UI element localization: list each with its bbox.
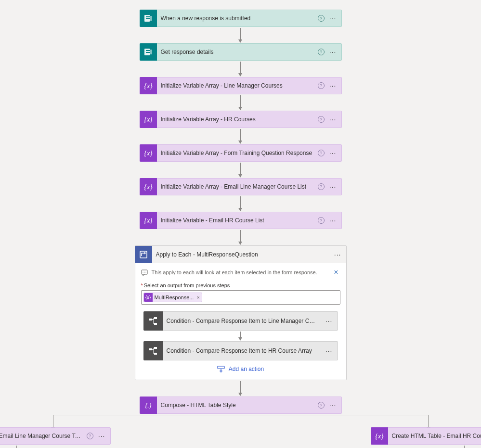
condition-hr-array[interactable]: Condition - Compare Response Item to HR … [143, 341, 338, 360]
action-create-html-table-linemgr[interactable]: Create HTML Table - Email Line Manager C… [0, 427, 111, 445]
arrow-down-icon [16, 446, 17, 448]
help-icon[interactable]: ? [318, 150, 325, 156]
action-create-html-table-hr[interactable]: Create HTML Table - Email HR Course Tabl… [371, 427, 481, 445]
condition-line-manager-array[interactable]: Condition - Compare Response Item to Lin… [143, 311, 338, 331]
variable-icon [140, 111, 157, 128]
card-label: Initialize Variable - Email HR Course Li… [157, 217, 318, 224]
close-icon[interactable]: × [196, 294, 199, 300]
help-icon[interactable]: ? [318, 82, 325, 89]
more-icon[interactable]: ··· [321, 347, 338, 354]
token-multiresponse[interactable]: {x} MultiResponse... × [143, 293, 202, 302]
help-icon[interactable]: ? [318, 49, 325, 55]
help-icon[interactable]: ? [318, 116, 325, 123]
action-init-var-line-manager-courses[interactable]: Initialize Variable Array - Line Manager… [140, 77, 342, 94]
more-icon[interactable]: ··· [334, 251, 341, 258]
variable-icon [140, 77, 157, 94]
variable-icon [140, 212, 157, 229]
action-get-response-details[interactable]: Get response details ? ··· [140, 43, 342, 61]
more-icon[interactable]: ··· [329, 402, 337, 409]
branch-connector [53, 415, 429, 427]
variable-icon: {x} [144, 293, 153, 302]
help-icon[interactable]: ? [318, 402, 325, 409]
help-icon[interactable]: ? [318, 217, 325, 224]
forms-icon [140, 43, 157, 61]
card-label: Initialize Variable Array - Form Trainin… [157, 150, 318, 156]
arrow-down-icon [240, 381, 241, 396]
card-label: Condition - Compare Response Item to Lin… [163, 318, 321, 324]
card-label: Create HTML Table - Email HR Course Tabl… [388, 433, 481, 439]
card-label: Initialize Variable Array - Line Manager… [157, 82, 318, 89]
output-selector-input[interactable]: {x} MultiResponse... × [141, 290, 340, 305]
more-icon[interactable]: ··· [329, 49, 337, 55]
arrow-down-icon [240, 28, 241, 42]
forms-icon [140, 10, 157, 27]
action-init-var-email-hr-list[interactable]: Initialize Variable - Email HR Course Li… [140, 212, 342, 229]
field-label: *Select an output from previous steps [141, 282, 340, 288]
action-init-var-hr-courses[interactable]: Initialize Variable Array - HR Courses ?… [140, 111, 342, 128]
scope-header[interactable]: Apply to Each - MultiResponseQuestion ··… [135, 246, 346, 263]
scope-comment-text: This apply to each will look at each ite… [152, 269, 317, 275]
flow-canvas: When a new response is submitted ? ··· G… [5, 10, 476, 448]
help-icon[interactable]: ? [87, 433, 93, 439]
variable-icon [140, 178, 157, 195]
trigger-forms-new-response[interactable]: When a new response is submitted ? ··· [140, 10, 342, 27]
compose-icon [140, 397, 157, 414]
arrow-down-icon [464, 446, 465, 448]
arrow-down-icon [240, 95, 241, 110]
more-icon[interactable]: ··· [98, 433, 105, 439]
token-label: MultiResponse... [155, 294, 194, 300]
comment-icon [141, 269, 148, 276]
card-label: Compose - HTML Table Style [157, 402, 318, 409]
add-action-icon [217, 365, 225, 373]
more-icon[interactable]: ··· [329, 82, 337, 89]
branch-left: Create HTML Table - Email Line Manager C… [0, 427, 111, 448]
more-icon[interactable]: ··· [321, 318, 338, 324]
condition-icon [143, 311, 163, 331]
more-icon[interactable]: ··· [329, 217, 337, 224]
action-init-var-email-line-manager-list[interactable]: Initialize Variable Array - Email Line M… [140, 178, 342, 195]
condition-icon [143, 341, 163, 360]
loop-icon [135, 246, 152, 263]
variable-icon [371, 427, 388, 445]
arrow-down-icon [240, 163, 241, 177]
more-icon[interactable]: ··· [329, 116, 337, 123]
card-label: Create HTML Table - Email Line Manager C… [0, 433, 87, 439]
card-label: Initialize Variable Array - HR Courses [157, 116, 318, 123]
arrow-down-icon [240, 62, 241, 76]
scope-title: Apply to Each - MultiResponseQuestion [152, 251, 334, 258]
action-init-var-form-training-response[interactable]: Initialize Variable Array - Form Trainin… [140, 144, 342, 162]
more-icon[interactable]: ··· [329, 150, 337, 156]
scope-apply-to-each: Apply to Each - MultiResponseQuestion ··… [135, 245, 347, 380]
arrow-down-icon [240, 129, 241, 143]
card-label: Condition - Compare Response Item to HR … [163, 347, 321, 354]
branch-right: Create HTML Table - Email HR Course Tabl… [371, 427, 481, 448]
card-label: When a new response is submitted [157, 15, 318, 22]
variable-icon [140, 144, 157, 162]
help-icon[interactable]: ? [318, 15, 325, 22]
more-icon[interactable]: ··· [329, 183, 337, 190]
arrow-down-icon [240, 230, 241, 244]
scope-comment: This apply to each will look at each ite… [141, 268, 340, 277]
arrow-down-icon [240, 196, 241, 211]
arrow-down-icon [240, 332, 241, 340]
more-icon[interactable]: ··· [329, 15, 337, 22]
card-label: Get response details [157, 49, 318, 55]
help-icon[interactable]: ? [318, 183, 325, 190]
add-action-label: Add an action [229, 366, 264, 372]
card-label: Initialize Variable Array - Email Line M… [157, 183, 318, 190]
add-action-button[interactable]: Add an action [217, 365, 264, 373]
close-icon[interactable]: × [332, 268, 340, 277]
